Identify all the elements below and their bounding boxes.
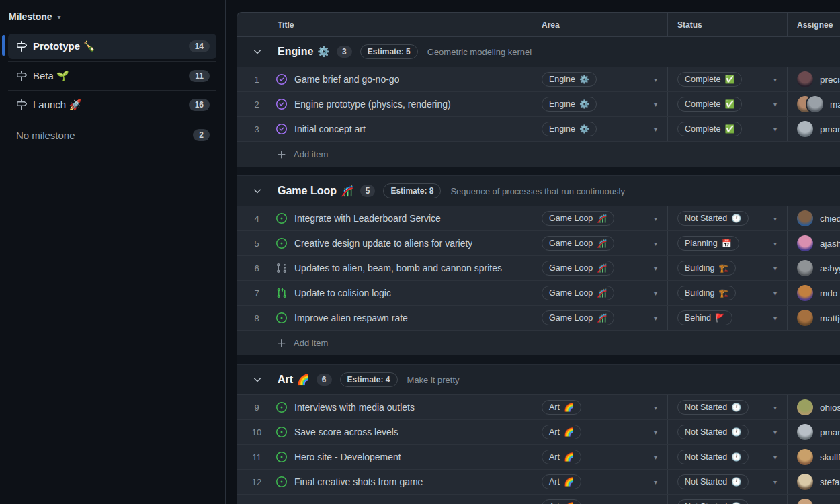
assignee-field[interactable]: ohios xyxy=(787,395,840,419)
chevron-down-icon[interactable]: ▾ xyxy=(773,454,777,461)
avatar xyxy=(797,210,813,226)
item-title[interactable]: Update to colision logic xyxy=(294,288,391,298)
status-select[interactable]: Not Started🕐▾ xyxy=(667,495,787,504)
item-title[interactable]: Engine prototype (physics, rendering) xyxy=(294,99,451,110)
area-select[interactable]: Engine⚙️▾ xyxy=(532,117,667,141)
assignee-field[interactable]: ajasha xyxy=(787,231,840,255)
item-title[interactable]: Integrate with Leaderboard Service xyxy=(294,213,441,224)
area-select[interactable]: Game Loop🎢▾ xyxy=(532,206,667,230)
area-select[interactable]: Art🌈▾ xyxy=(532,395,667,419)
chevron-down-icon[interactable]: ▾ xyxy=(654,404,657,411)
chevron-down-icon[interactable]: ▾ xyxy=(773,240,777,247)
item-title[interactable]: Final creative shots from game xyxy=(294,476,423,487)
chevron-down-icon[interactable]: ▾ xyxy=(654,76,657,83)
sidebar-item-no-milestone[interactable]: No milestone 2 xyxy=(8,120,216,150)
group-header-game-loop[interactable]: Game Loop 🎢 5 Estimate: 8 Sequence of pr… xyxy=(237,176,840,206)
item-title[interactable]: Initial concept art xyxy=(294,124,366,134)
chevron-down-icon[interactable] xyxy=(252,185,263,196)
assignee-field[interactable]: ashyg xyxy=(787,256,840,280)
sidebar-item-beta[interactable]: Beta 🌱 11 xyxy=(8,63,216,89)
group-estimate-badge: Estimate: 8 xyxy=(383,183,441,198)
status-select[interactable]: Building🏗️▾ xyxy=(667,256,787,280)
add-item-button[interactable]: Add item xyxy=(237,142,840,167)
status-select[interactable]: Planning📅▾ xyxy=(667,231,787,255)
item-title[interactable]: Creative design update to aliens for var… xyxy=(294,238,472,249)
area-select[interactable]: Game Loop🎢▾ xyxy=(532,306,667,330)
status-select[interactable]: Not Started🕐▾ xyxy=(667,395,787,419)
chevron-down-icon[interactable]: ▾ xyxy=(773,478,777,486)
assignee-field[interactable]: skullfa xyxy=(787,445,840,469)
roller-coaster-emoji: 🎢 xyxy=(597,263,607,273)
area-select[interactable]: Engine⚙️▾ xyxy=(532,67,667,91)
chevron-down-icon[interactable]: ▾ xyxy=(773,76,777,83)
chevron-down-icon[interactable]: ▾ xyxy=(773,126,777,133)
sidebar-item-launch[interactable]: Launch 🚀 16 xyxy=(8,92,216,118)
assignee-field[interactable]: mattjo xyxy=(787,306,840,330)
area-select[interactable]: Game Loop🎢▾ xyxy=(532,281,667,305)
sidebar-item-prototype[interactable]: Prototype 🍾 14 xyxy=(8,34,216,59)
clock-emoji: 🕐 xyxy=(731,452,741,462)
status-select[interactable]: Complete✅▾ xyxy=(667,92,787,116)
chevron-down-icon[interactable]: ▾ xyxy=(654,240,657,247)
column-header-area[interactable]: Area xyxy=(532,13,667,36)
chevron-down-icon[interactable]: ▾ xyxy=(654,290,657,297)
status-select[interactable]: Complete✅▾ xyxy=(667,67,787,91)
issue-closed-icon xyxy=(276,124,287,134)
chevron-down-icon[interactable]: ▾ xyxy=(654,478,657,486)
item-title[interactable]: Updates to alien, beam, bomb and cannon … xyxy=(294,263,502,274)
status-select[interactable]: Not Started🕐▾ xyxy=(667,470,787,494)
chevron-down-icon[interactable]: ▾ xyxy=(654,215,657,222)
item-title[interactable]: Improve alien respawn rate xyxy=(294,312,408,323)
column-header-status[interactable]: Status xyxy=(667,13,787,36)
area-select[interactable]: Engine⚙️▾ xyxy=(532,92,667,116)
item-title[interactable]: Game brief and go-no-go xyxy=(294,74,399,85)
chevron-down-icon[interactable] xyxy=(252,46,263,57)
assignee-field[interactable]: chiedo xyxy=(787,206,840,230)
status-select[interactable]: Not Started🕐▾ xyxy=(667,445,787,469)
issue-open-icon xyxy=(276,427,287,437)
column-header-assignee[interactable]: Assignee xyxy=(787,13,840,36)
area-select[interactable]: Art🌈▾ xyxy=(532,470,667,494)
chevron-down-icon[interactable]: ▾ xyxy=(654,314,657,322)
item-title[interactable]: Hero site - Developement xyxy=(294,452,401,462)
chevron-down-icon[interactable]: ▾ xyxy=(654,454,657,461)
area-select[interactable]: Game Loop🎢▾ xyxy=(532,231,667,255)
assignee-field[interactable] xyxy=(787,495,840,504)
column-header-title[interactable]: Title xyxy=(237,13,532,36)
assignee-field[interactable]: precis xyxy=(787,67,840,91)
area-select[interactable]: Game Loop🎢▾ xyxy=(532,256,667,280)
chevron-down-icon[interactable]: ▾ xyxy=(773,101,777,108)
chevron-down-icon[interactable]: ▾ xyxy=(654,101,657,108)
add-item-button[interactable]: Add item xyxy=(237,331,840,355)
item-title[interactable]: Save score across levels xyxy=(294,427,398,437)
assignee-field[interactable]: pmars xyxy=(787,117,840,141)
group-estimate-badge: Estimate: 5 xyxy=(360,44,418,59)
chevron-down-icon[interactable]: ▾ xyxy=(773,265,777,272)
area-select[interactable]: Art🌈▾ xyxy=(532,495,667,504)
group-header-art[interactable]: Art 🌈 6 Estimate: 4 Make it pretty xyxy=(237,365,840,395)
status-select[interactable]: Not Started🕐▾ xyxy=(667,206,787,230)
chevron-down-icon[interactable]: ▾ xyxy=(773,314,777,322)
chevron-down-icon[interactable]: ▾ xyxy=(654,265,657,272)
chevron-down-icon[interactable]: ▾ xyxy=(654,429,657,436)
chevron-down-icon[interactable] xyxy=(252,374,263,385)
status-select[interactable]: Building🏗️▾ xyxy=(667,281,787,305)
assignee-field[interactable]: ma xyxy=(787,92,840,116)
status-select[interactable]: Behind🚩▾ xyxy=(667,306,787,330)
status-select[interactable]: Complete✅▾ xyxy=(667,117,787,141)
milestone-groupby-dropdown[interactable]: Milestone ▾ xyxy=(9,11,61,22)
area-select[interactable]: Art🌈▾ xyxy=(532,445,667,469)
assignee-field[interactable]: stefan xyxy=(787,470,840,494)
chevron-down-icon[interactable]: ▾ xyxy=(773,429,777,436)
area-select[interactable]: Art🌈▾ xyxy=(532,420,667,444)
assignee-field[interactable]: mdo xyxy=(787,281,840,305)
chevron-down-icon[interactable]: ▾ xyxy=(773,404,777,411)
chevron-down-icon[interactable]: ▾ xyxy=(773,290,777,297)
group-header-engine[interactable]: Engine ⚙️ 3 Estimate: 5 Geometric modeli… xyxy=(237,37,840,67)
chevron-down-icon[interactable]: ▾ xyxy=(654,126,657,133)
item-title[interactable]: Interviews with media outlets xyxy=(294,402,415,413)
chevron-down-icon[interactable]: ▾ xyxy=(773,215,777,222)
status-select[interactable]: Not Started🕐▾ xyxy=(667,420,787,444)
assignee-field[interactable]: pmars xyxy=(787,420,840,444)
rocket-emoji: 🚀 xyxy=(69,99,81,110)
